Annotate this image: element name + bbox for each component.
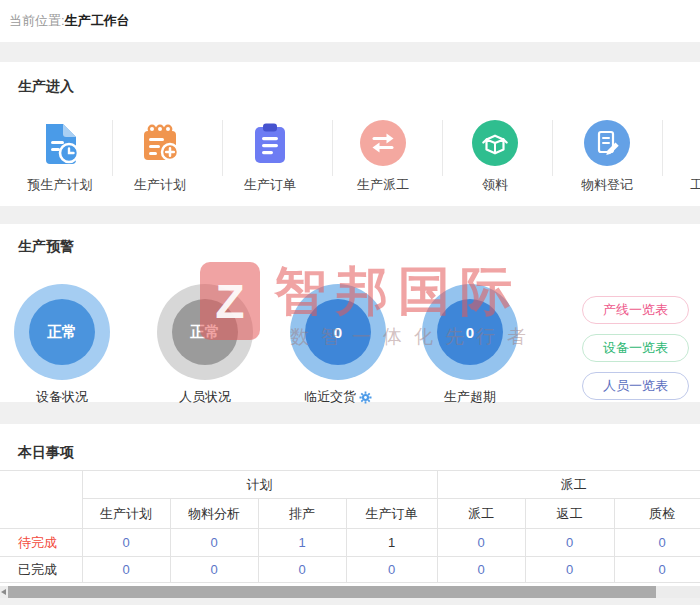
table-row-done: 已完成 0 0 0 0 0 0 0 bbox=[0, 557, 700, 583]
cell-value[interactable]: 0 bbox=[82, 557, 170, 583]
col-header: 生产订单 bbox=[346, 499, 437, 529]
gauge-value: 正常 bbox=[172, 299, 238, 365]
today-table: 计划 派工 生产计划 物料分析 排产 生产订单 派工 返工 质检 待完成 0 0… bbox=[0, 470, 700, 583]
warning-section-title: 生产预警 bbox=[18, 238, 74, 256]
cell-value[interactable]: 0 bbox=[170, 557, 258, 583]
entry-item-production-plan[interactable]: 生产计划 bbox=[110, 120, 210, 194]
entry-item-pre-production-plan[interactable]: 预生产计划 bbox=[10, 120, 110, 194]
entry-item-label: 物料登记 bbox=[557, 176, 657, 194]
scroll-left-arrow-icon[interactable] bbox=[1, 589, 6, 595]
warning-section: 生产预警 正常 设备状况 正常 人员状况 0 bbox=[0, 224, 700, 402]
gauge-equipment-status[interactable]: 正常 设备状况 bbox=[14, 284, 110, 406]
gauge-value: 0 bbox=[437, 299, 503, 365]
scrollbar-thumb[interactable] bbox=[8, 586, 656, 598]
production-workbench-page: 当前位置: 生产工作台 生产进入 预生产计划 bbox=[0, 0, 700, 605]
equipment-list-button[interactable]: 设备一览表 bbox=[582, 334, 689, 362]
today-section: 本日事项 计划 派工 生产计划 物料分析 排产 生产订单 派工 bbox=[0, 424, 700, 598]
entry-section: 生产进入 预生产计划 bbox=[0, 62, 700, 206]
entry-item-production-order[interactable]: 生产订单 bbox=[220, 120, 320, 194]
table-group-dispatch: 派工 bbox=[437, 471, 700, 499]
row-label-done: 已完成 bbox=[0, 557, 82, 583]
clipboard-icon bbox=[220, 120, 320, 168]
document-pen-icon bbox=[557, 120, 657, 168]
gauge-ring: 0 bbox=[422, 284, 518, 380]
entry-item-label: 工 bbox=[690, 176, 700, 194]
gear-icon[interactable] bbox=[359, 391, 372, 404]
cell-value[interactable]: 0 bbox=[614, 557, 700, 583]
cell-value[interactable]: 0 bbox=[437, 529, 525, 557]
transfer-arrows-icon bbox=[333, 120, 433, 168]
cell-value[interactable]: 0 bbox=[525, 529, 614, 557]
gauge-value: 正常 bbox=[29, 299, 95, 365]
gauge-label: 人员状况 bbox=[179, 388, 231, 406]
entry-item-label: 生产订单 bbox=[220, 176, 320, 194]
entry-item-label: 预生产计划 bbox=[10, 176, 110, 194]
gauge-personnel-status[interactable]: 正常 人员状况 bbox=[157, 284, 253, 406]
table-row-pending: 待完成 0 0 1 1 0 0 0 bbox=[0, 529, 700, 557]
cell-value[interactable]: 1 bbox=[258, 529, 346, 557]
col-header: 生产计划 bbox=[82, 499, 170, 529]
entry-item-material-register[interactable]: 物料登记 bbox=[557, 120, 657, 194]
col-header: 物料分析 bbox=[170, 499, 258, 529]
entry-item-material-request[interactable]: 领料 bbox=[445, 120, 545, 194]
cell-value[interactable]: 0 bbox=[525, 557, 614, 583]
gauge-label: 临近交货 bbox=[304, 388, 356, 406]
gauge-ring: 0 bbox=[290, 284, 386, 380]
divider bbox=[662, 120, 663, 176]
notepad-plus-icon bbox=[110, 120, 210, 168]
entry-item-label: 领料 bbox=[445, 176, 545, 194]
partial-icon bbox=[690, 120, 700, 168]
col-header: 质检 bbox=[614, 499, 700, 529]
gauge-delivery-approaching[interactable]: 0 临近交货 bbox=[290, 284, 386, 406]
entry-item-label: 生产计划 bbox=[110, 176, 210, 194]
col-header: 排产 bbox=[258, 499, 346, 529]
gauge-value: 0 bbox=[305, 299, 371, 365]
production-line-list-button[interactable]: 产线一览表 bbox=[582, 296, 689, 324]
personnel-list-button[interactable]: 人员一览表 bbox=[582, 372, 689, 400]
horizontal-scrollbar bbox=[0, 586, 700, 598]
today-section-title: 本日事项 bbox=[18, 444, 74, 462]
cell-value[interactable]: 0 bbox=[346, 557, 437, 583]
gauge-production-overdue[interactable]: 0 生产超期 bbox=[422, 284, 518, 406]
row-label-pending: 待完成 bbox=[0, 529, 82, 557]
entry-section-title: 生产进入 bbox=[18, 78, 74, 96]
col-header: 派工 bbox=[437, 499, 525, 529]
cell-value[interactable]: 0 bbox=[82, 529, 170, 557]
breadcrumb-current: 生产工作台 bbox=[65, 12, 130, 30]
open-box-icon bbox=[445, 120, 545, 168]
col-header: 返工 bbox=[525, 499, 614, 529]
gauge-ring: 正常 bbox=[157, 284, 253, 380]
cell-value[interactable]: 0 bbox=[170, 529, 258, 557]
divider bbox=[552, 120, 553, 176]
cell-value[interactable]: 1 bbox=[346, 529, 437, 557]
entry-item-label: 生产派工 bbox=[333, 176, 433, 194]
gauge-label: 设备状况 bbox=[36, 388, 88, 406]
document-clock-icon bbox=[10, 120, 110, 168]
cell-value[interactable]: 0 bbox=[437, 557, 525, 583]
table-corner-cell bbox=[0, 471, 82, 529]
entry-item-production-dispatch[interactable]: 生产派工 bbox=[333, 120, 433, 194]
gauge-ring: 正常 bbox=[14, 284, 110, 380]
divider bbox=[442, 120, 443, 176]
breadcrumb: 当前位置: 生产工作台 bbox=[0, 0, 700, 42]
cell-value[interactable]: 0 bbox=[614, 529, 700, 557]
entry-item-partial[interactable]: 工 bbox=[690, 120, 700, 194]
table-group-plan: 计划 bbox=[82, 471, 437, 499]
cell-value[interactable]: 0 bbox=[258, 557, 346, 583]
breadcrumb-prefix: 当前位置: bbox=[9, 12, 65, 30]
gauge-label: 生产超期 bbox=[444, 388, 496, 406]
